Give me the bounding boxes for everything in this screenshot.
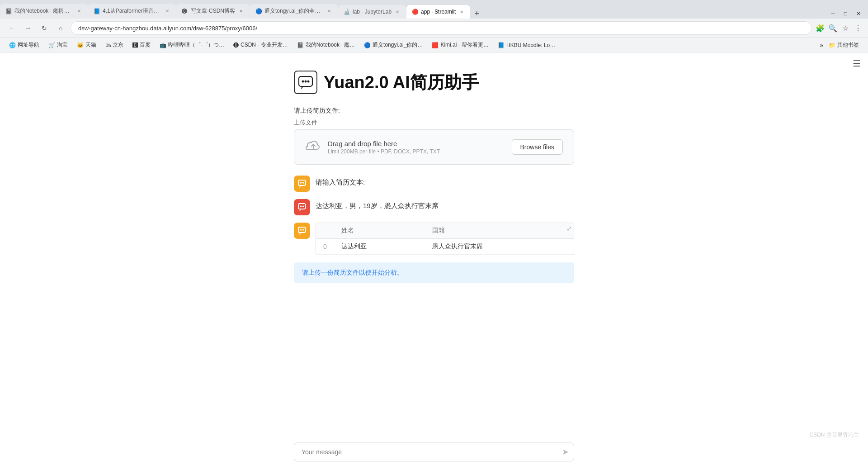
table-row: 0 达达利亚 愚人众执行官末席 <box>316 239 574 255</box>
svg-point-1 <box>302 81 304 83</box>
tab-1-close[interactable]: ✕ <box>76 8 82 14</box>
close-window-button[interactable]: ✕ <box>853 9 864 19</box>
upload-section-label: 上传文件 <box>294 119 574 127</box>
svg-point-7 <box>303 182 304 184</box>
bookmark-taobao-label: 淘宝 <box>57 41 68 49</box>
tab-3[interactable]: 🅒 写文章-CSDN博客 ✕ <box>176 4 250 19</box>
bookmark-bilibili-label: 哔哩哔哩（゜-゜）つ… <box>168 41 224 49</box>
svg-point-3 <box>307 81 310 83</box>
table-expand-icon[interactable]: ⤢ <box>566 225 572 232</box>
tab-6[interactable]: 🔴 app · Streamlit ✕ <box>406 5 470 19</box>
user-avatar-1 <box>294 199 310 215</box>
bookmark-web-nav[interactable]: 🌐 网址导航 <box>5 40 43 50</box>
resume-table-container: 姓名 国籍 0 达达利亚 愚人众执行官末席 ⤢ <box>316 223 574 255</box>
svg-point-15 <box>303 229 304 231</box>
bookmark-jd[interactable]: 🛍 京东 <box>102 40 127 50</box>
bookmark-jd-icon: 🛍 <box>105 42 111 48</box>
bookmark-taobao[interactable]: 🛒 淘宝 <box>45 40 71 50</box>
reload-button[interactable]: ↻ <box>38 22 51 34</box>
svg-point-2 <box>305 81 307 83</box>
bookmark-csdn-icon: 🅒 <box>233 42 239 48</box>
new-tab-button[interactable]: + <box>471 9 483 19</box>
address-bar[interactable] <box>71 21 812 35</box>
bookmark-tianmao-label: 天猫 <box>85 41 96 49</box>
bookmarks-more: » <box>820 42 823 49</box>
upload-prompt-label: 请上传简历文件: <box>294 107 574 115</box>
svg-point-9 <box>300 206 301 207</box>
hamburger-menu[interactable]: ☰ <box>853 58 861 69</box>
resume-table-block: 姓名 国籍 0 达达利亚 愚人众执行官末席 ⤢ <box>294 223 574 255</box>
maximize-button[interactable]: □ <box>840 9 851 19</box>
bookmark-kimi[interactable]: 🟥 Kimi.ai - 帮你看更… <box>428 40 492 50</box>
extensions-icon[interactable]: 🧩 <box>816 24 825 33</box>
tab-1-favicon: 📓 <box>5 8 12 14</box>
resume-text-display: 达达利亚，男，19岁，愚人众执行官末席 <box>316 199 439 210</box>
assistant-avatar-2 <box>294 223 310 239</box>
bookmark-hkbu[interactable]: 📘 HKBU Moodle: Lo… <box>494 41 559 50</box>
tab-3-label: 写文章-CSDN博客 <box>191 7 235 15</box>
tab-2-label: 4.1从Paraformer语音识别到… <box>103 7 161 15</box>
resume-text-block: 达达利亚，男，19岁，愚人众执行官末席 <box>294 199 574 215</box>
bookmark-notebook[interactable]: 📓 我的Notebook · 魔… <box>293 40 359 50</box>
svg-point-5 <box>300 182 301 184</box>
tab-4-favicon: 🔵 <box>255 8 262 14</box>
page-title-section: Yuan2.0 AI简历助手 <box>294 71 574 94</box>
tab-4[interactable]: 🔵 通义tongyi.ai_你的全能AI助… ✕ <box>250 4 338 19</box>
bookmark-baidu[interactable]: 🅱 百度 <box>129 40 154 50</box>
drag-drop-text: Drag and drop file here <box>328 140 440 147</box>
bookmark-csdn-label: CSDN - 专业开发… <box>241 41 288 49</box>
file-upload-area[interactable]: Drag and drop file here Limit 200MB per … <box>294 129 574 165</box>
bookmark-kimi-label: Kimi.ai - 帮你看更… <box>440 41 489 49</box>
info-message-box: 请上传一份简历文件以便开始分析。 <box>294 262 574 283</box>
tab-2-close[interactable]: ✕ <box>164 8 170 14</box>
bookmark-csdn[interactable]: 🅒 CSDN - 专业开发… <box>230 40 292 50</box>
bookmark-bilibili[interactable]: 📺 哔哩哔哩（゜-゜）つ… <box>156 40 228 50</box>
tab-6-close[interactable]: ✕ <box>458 9 465 15</box>
svg-point-10 <box>302 206 303 207</box>
file-limit-text: Limit 200MB per file • PDF, DOCX, PPTX, … <box>328 148 440 155</box>
resume-table: 姓名 国籍 0 达达利亚 愚人众执行官末席 <box>316 223 574 255</box>
upload-text: Drag and drop file here Limit 200MB per … <box>328 140 440 155</box>
bookmark-tongyi[interactable]: 🔵 通义tongyi.ai_你的… <box>360 40 426 50</box>
bookmarks-bar: 🌐 网址导航 🛒 淘宝 🐱 天猫 🛍 京东 🅱 百度 📺 哔哩哔哩（゜-゜）つ…… <box>0 38 868 52</box>
browse-files-button[interactable]: Browse files <box>512 139 563 155</box>
bookmark-web-nav-icon: 🌐 <box>9 42 16 48</box>
minimize-button[interactable]: ─ <box>827 9 839 19</box>
home-button[interactable]: ⌂ <box>54 22 67 34</box>
assistant-avatar-1 <box>294 176 310 192</box>
info-message-text: 请上传一份简历文件以便开始分析。 <box>302 269 403 276</box>
tab-3-close[interactable]: ✕ <box>238 8 244 14</box>
tab-5-close[interactable]: ✕ <box>394 9 401 15</box>
app-logo-icon <box>294 71 317 94</box>
bookmark-bilibili-icon: 📺 <box>160 42 166 48</box>
forward-button[interactable]: → <box>22 22 34 34</box>
tab-3-favicon: 🅒 <box>182 8 188 14</box>
main-content: Yuan2.0 AI简历助手 请上传简历文件: 上传文件 Drag and dr… <box>285 52 583 330</box>
back-button[interactable]: ← <box>5 22 18 34</box>
tab-4-close[interactable]: ✕ <box>326 8 332 14</box>
bookmark-others[interactable]: 📁 其他书签 <box>825 40 863 50</box>
bookmark-tianmao[interactable]: 🐱 天猫 <box>73 40 100 50</box>
bookmark-hkbu-label: HKBU Moodle: Lo… <box>506 42 555 48</box>
search-icon[interactable]: 🔍 <box>828 24 837 33</box>
table-header-country: 国籍 <box>425 223 574 239</box>
table-header-row: 姓名 国籍 <box>316 223 574 239</box>
tab-2[interactable]: 📘 4.1从Paraformer语音识别到… ✕ <box>88 4 176 19</box>
tab-5-favicon: 🔬 <box>344 9 350 15</box>
bookmark-kimi-icon: 🟥 <box>432 42 439 48</box>
tab-5[interactable]: 🔬 lab - JupyterLab ✕ <box>338 5 406 19</box>
tab-4-label: 通义tongyi.ai_你的全能AI助… <box>264 7 323 15</box>
tab-1-label: 我的Notebook · 魔搭社区 <box>14 7 73 15</box>
bookmark-baidu-icon: 🅱 <box>132 42 138 48</box>
bookmark-notebook-label: 我的Notebook · 魔… <box>306 41 355 49</box>
table-header-index <box>316 223 334 239</box>
page-title: Yuan2.0 AI简历助手 <box>324 71 479 94</box>
tab-1[interactable]: 📓 我的Notebook · 魔搭社区 ✕ <box>0 4 88 19</box>
star-icon[interactable]: ☆ <box>841 24 850 33</box>
bookmark-hkbu-icon: 📘 <box>498 42 505 48</box>
svg-point-11 <box>303 206 304 207</box>
table-header-name: 姓名 <box>334 223 425 239</box>
bookmark-jd-label: 京东 <box>113 41 123 49</box>
menu-icon[interactable]: ⋮ <box>854 24 863 33</box>
bookmark-web-nav-label: 网址导航 <box>18 41 39 49</box>
